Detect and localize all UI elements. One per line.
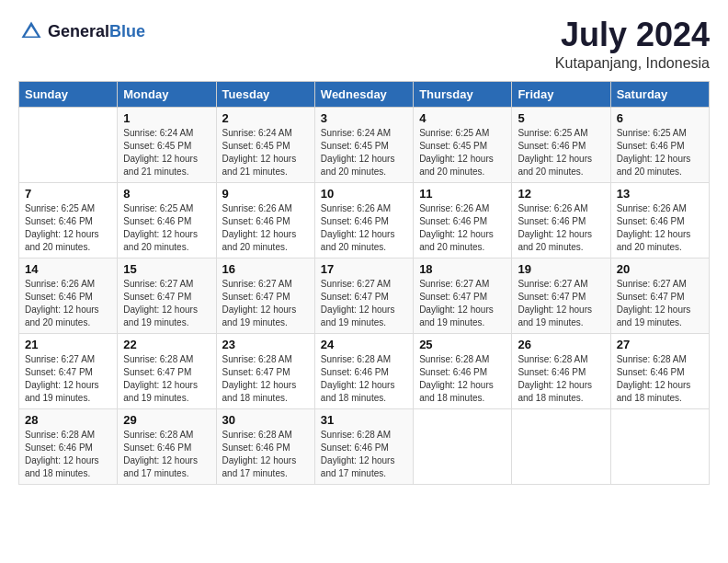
header-day-saturday: Saturday — [610, 82, 709, 108]
header-day-tuesday: Tuesday — [216, 82, 314, 108]
calendar-cell — [414, 409, 512, 485]
cell-details: Sunrise: 6:25 AMSunset: 6:45 PMDaylight:… — [419, 127, 506, 178]
day-number: 30 — [222, 413, 309, 427]
calendar-cell: 1Sunrise: 6:24 AMSunset: 6:45 PMDaylight… — [118, 108, 216, 183]
calendar-cell: 19Sunrise: 6:27 AMSunset: 6:47 PMDayligh… — [512, 259, 610, 334]
day-number: 6 — [617, 111, 703, 125]
location-subtitle: Kutapanjang, Indonesia — [555, 55, 710, 72]
calendar-cell: 16Sunrise: 6:27 AMSunset: 6:47 PMDayligh… — [216, 259, 314, 334]
day-number: 4 — [419, 111, 506, 125]
calendar-cell: 15Sunrise: 6:27 AMSunset: 6:47 PMDayligh… — [118, 259, 216, 334]
header-day-thursday: Thursday — [414, 82, 512, 108]
cell-details: Sunrise: 6:24 AMSunset: 6:45 PMDaylight:… — [123, 127, 210, 178]
calendar-cell: 2Sunrise: 6:24 AMSunset: 6:45 PMDaylight… — [216, 108, 314, 183]
header-row: SundayMondayTuesdayWednesdayThursdayFrid… — [19, 82, 710, 108]
day-number: 13 — [617, 187, 703, 201]
cell-details: Sunrise: 6:25 AMSunset: 6:46 PMDaylight:… — [617, 127, 703, 178]
calendar-cell: 24Sunrise: 6:28 AMSunset: 6:46 PMDayligh… — [314, 334, 413, 409]
calendar-cell: 21Sunrise: 6:27 AMSunset: 6:47 PMDayligh… — [19, 334, 118, 409]
day-number: 2 — [222, 111, 309, 125]
calendar-cell: 8Sunrise: 6:25 AMSunset: 6:46 PMDaylight… — [118, 183, 216, 259]
header-day-friday: Friday — [512, 82, 610, 108]
logo-blue-text: Blue — [109, 22, 145, 40]
week-row-3: 14Sunrise: 6:26 AMSunset: 6:46 PMDayligh… — [19, 259, 710, 334]
day-number: 1 — [123, 111, 210, 125]
calendar-cell: 5Sunrise: 6:25 AMSunset: 6:46 PMDaylight… — [512, 108, 610, 183]
page-header: GeneralBlue July 2024 Kutapanjang, Indon… — [18, 18, 710, 72]
day-number: 12 — [518, 187, 604, 201]
cell-details: Sunrise: 6:28 AMSunset: 6:46 PMDaylight:… — [321, 429, 407, 480]
cell-details: Sunrise: 6:28 AMSunset: 6:46 PMDaylight:… — [419, 353, 506, 405]
day-number: 18 — [419, 262, 506, 276]
cell-details: Sunrise: 6:24 AMSunset: 6:45 PMDaylight:… — [222, 127, 309, 178]
day-number: 22 — [123, 338, 210, 351]
calendar-header: SundayMondayTuesdayWednesdayThursdayFrid… — [19, 82, 710, 108]
calendar-table: SundayMondayTuesdayWednesdayThursdayFrid… — [18, 81, 710, 485]
day-number: 28 — [25, 413, 111, 427]
day-number: 3 — [321, 111, 407, 125]
calendar-cell: 11Sunrise: 6:26 AMSunset: 6:46 PMDayligh… — [414, 183, 512, 259]
cell-details: Sunrise: 6:28 AMSunset: 6:46 PMDaylight:… — [617, 353, 703, 405]
cell-details: Sunrise: 6:27 AMSunset: 6:47 PMDaylight:… — [419, 278, 506, 329]
calendar-cell: 18Sunrise: 6:27 AMSunset: 6:47 PMDayligh… — [414, 259, 512, 334]
calendar-cell: 25Sunrise: 6:28 AMSunset: 6:46 PMDayligh… — [414, 334, 512, 409]
day-number: 16 — [222, 262, 309, 276]
cell-details: Sunrise: 6:27 AMSunset: 6:47 PMDaylight:… — [25, 353, 111, 405]
week-row-2: 7Sunrise: 6:25 AMSunset: 6:46 PMDaylight… — [19, 183, 710, 259]
cell-details: Sunrise: 6:26 AMSunset: 6:46 PMDaylight:… — [222, 202, 309, 254]
cell-details: Sunrise: 6:28 AMSunset: 6:47 PMDaylight:… — [123, 353, 210, 405]
cell-details: Sunrise: 6:26 AMSunset: 6:46 PMDaylight:… — [321, 202, 407, 254]
logo-icon — [18, 18, 44, 44]
cell-details: Sunrise: 6:28 AMSunset: 6:46 PMDaylight:… — [321, 353, 407, 405]
calendar-cell: 27Sunrise: 6:28 AMSunset: 6:46 PMDayligh… — [610, 334, 709, 409]
day-number: 27 — [617, 338, 703, 351]
calendar-cell: 6Sunrise: 6:25 AMSunset: 6:46 PMDaylight… — [610, 108, 709, 183]
cell-details: Sunrise: 6:24 AMSunset: 6:45 PMDaylight:… — [321, 127, 407, 178]
day-number: 29 — [123, 413, 210, 427]
logo-general-text: General — [48, 22, 109, 40]
day-number: 7 — [25, 187, 111, 201]
calendar-cell: 26Sunrise: 6:28 AMSunset: 6:46 PMDayligh… — [512, 334, 610, 409]
cell-details: Sunrise: 6:28 AMSunset: 6:46 PMDaylight:… — [518, 353, 604, 405]
cell-details: Sunrise: 6:25 AMSunset: 6:46 PMDaylight:… — [25, 202, 111, 254]
calendar-cell: 17Sunrise: 6:27 AMSunset: 6:47 PMDayligh… — [314, 259, 413, 334]
day-number: 5 — [518, 111, 604, 125]
cell-details: Sunrise: 6:28 AMSunset: 6:46 PMDaylight:… — [123, 429, 210, 480]
calendar-cell: 10Sunrise: 6:26 AMSunset: 6:46 PMDayligh… — [314, 183, 413, 259]
cell-details: Sunrise: 6:28 AMSunset: 6:46 PMDaylight:… — [25, 429, 111, 480]
cell-details: Sunrise: 6:25 AMSunset: 6:46 PMDaylight:… — [518, 127, 604, 178]
header-day-monday: Monday — [118, 82, 216, 108]
calendar-cell: 28Sunrise: 6:28 AMSunset: 6:46 PMDayligh… — [19, 409, 118, 485]
cell-details: Sunrise: 6:28 AMSunset: 6:46 PMDaylight:… — [222, 429, 309, 480]
header-day-sunday: Sunday — [19, 82, 118, 108]
calendar-cell: 14Sunrise: 6:26 AMSunset: 6:46 PMDayligh… — [19, 259, 118, 334]
calendar-cell: 7Sunrise: 6:25 AMSunset: 6:46 PMDaylight… — [19, 183, 118, 259]
day-number: 14 — [25, 262, 111, 276]
day-number: 9 — [222, 187, 309, 201]
week-row-4: 21Sunrise: 6:27 AMSunset: 6:47 PMDayligh… — [19, 334, 710, 409]
day-number: 15 — [123, 262, 210, 276]
cell-details: Sunrise: 6:28 AMSunset: 6:47 PMDaylight:… — [222, 353, 309, 405]
cell-details: Sunrise: 6:27 AMSunset: 6:47 PMDaylight:… — [222, 278, 309, 329]
calendar-cell — [19, 108, 118, 183]
calendar-cell: 22Sunrise: 6:28 AMSunset: 6:47 PMDayligh… — [118, 334, 216, 409]
calendar-cell: 20Sunrise: 6:27 AMSunset: 6:47 PMDayligh… — [610, 259, 709, 334]
calendar-cell: 4Sunrise: 6:25 AMSunset: 6:45 PMDaylight… — [414, 108, 512, 183]
cell-details: Sunrise: 6:26 AMSunset: 6:46 PMDaylight:… — [25, 278, 111, 329]
day-number: 8 — [123, 187, 210, 201]
calendar-cell: 23Sunrise: 6:28 AMSunset: 6:47 PMDayligh… — [216, 334, 314, 409]
cell-details: Sunrise: 6:27 AMSunset: 6:47 PMDaylight:… — [617, 278, 703, 329]
day-number: 11 — [419, 187, 506, 201]
logo: GeneralBlue — [18, 18, 145, 44]
day-number: 20 — [617, 262, 703, 276]
day-number: 10 — [321, 187, 407, 201]
calendar-cell: 9Sunrise: 6:26 AMSunset: 6:46 PMDaylight… — [216, 183, 314, 259]
cell-details: Sunrise: 6:27 AMSunset: 6:47 PMDaylight:… — [518, 278, 604, 329]
calendar-cell — [512, 409, 610, 485]
cell-details: Sunrise: 6:27 AMSunset: 6:47 PMDaylight:… — [123, 278, 210, 329]
day-number: 31 — [321, 413, 407, 427]
cell-details: Sunrise: 6:25 AMSunset: 6:46 PMDaylight:… — [123, 202, 210, 254]
month-year-title: July 2024 — [555, 18, 710, 52]
calendar-body: 1Sunrise: 6:24 AMSunset: 6:45 PMDaylight… — [19, 108, 710, 485]
day-number: 25 — [419, 338, 506, 351]
